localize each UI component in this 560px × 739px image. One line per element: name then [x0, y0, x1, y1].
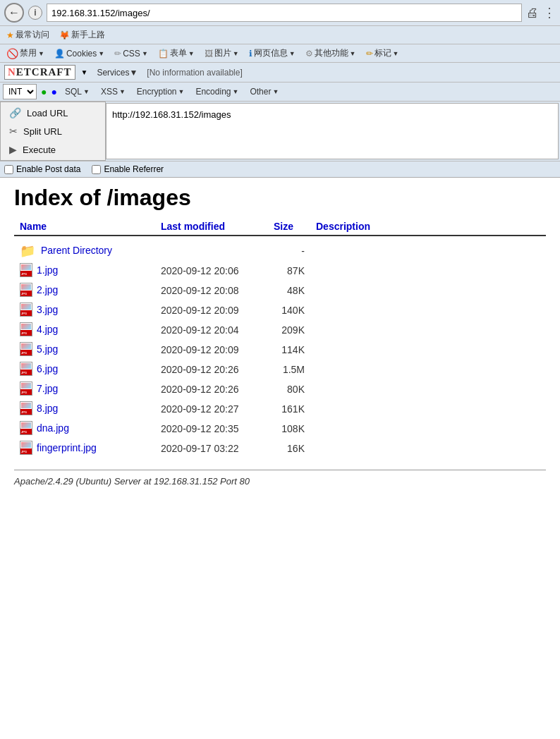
dropdown-menu: 🔗 Load URL ✂ Split URL ▶ Execute — [0, 102, 106, 161]
page-title: Index of /images — [14, 185, 546, 211]
image-btn[interactable]: 🖼 图片▼ — [201, 46, 243, 61]
jpg-file-icon: JPG — [20, 263, 34, 279]
person-icon: 👤 — [54, 49, 65, 59]
col-desc-header: Description — [310, 218, 546, 236]
execute-menu-item[interactable]: ▶ Execute — [1, 140, 105, 159]
table-row: JPG 6.jpg2020-09-12 20:261.5M — [14, 360, 546, 379]
file-link[interactable]: fingerprint.jpg — [37, 442, 97, 453]
table-row: JPG 8.jpg2020-09-12 20:27161K — [14, 399, 546, 419]
int-select[interactable]: INT — [3, 84, 37, 99]
netcraft-row: Netcraft ▼ Services▼ [No information ava… — [0, 62, 560, 82]
menu-icon: ⋮ — [543, 5, 556, 20]
zuichang-fangwen-btn[interactable]: ★ 最常访问 — [3, 28, 53, 42]
table-row: JPG 2.jpg2020-09-12 20:0848K — [14, 281, 546, 300]
split-url-menu-item[interactable]: ✂ Split URL — [1, 122, 105, 140]
address-bar[interactable] — [47, 4, 522, 22]
bookmarks-toolbar: ★ 最常访问 🦊 新手上路 — [0, 25, 560, 44]
other-btn[interactable]: Other▼ — [246, 85, 282, 98]
url-input[interactable] — [112, 109, 552, 120]
encryption-btn[interactable]: Encryption▼ — [133, 85, 188, 98]
file-link[interactable]: 1.jpg — [37, 264, 58, 276]
folder-back-icon: 📁 — [20, 244, 35, 258]
jpg-file-icon: JPG — [20, 283, 34, 298]
jpg-file-icon: JPG — [20, 421, 34, 436]
pageinfo-btn[interactable]: ℹ 网页信息▼ — [245, 46, 299, 61]
table-row: JPG 1.jpg2020-09-12 20:0687K — [14, 261, 546, 281]
table-row: JPG 5.jpg2020-09-12 20:09114K — [14, 340, 546, 360]
table-row: JPG 7.jpg2020-09-12 20:2680K — [14, 379, 546, 399]
jpg-file-icon: JPG — [20, 441, 34, 456]
form-btn[interactable]: 📋 表单▼ — [154, 46, 198, 61]
netcraft-dropdown-arrow: ▼ — [81, 68, 88, 76]
file-link[interactable]: 4.jpg — [37, 324, 58, 335]
mark-btn[interactable]: ✏ 标记▼ — [363, 46, 403, 61]
jinyong-btn[interactable]: 🚫 禁用▼ — [3, 46, 48, 61]
back-button[interactable]: ← — [4, 3, 24, 23]
play-icon: ▶ — [9, 144, 17, 155]
printer-icon: 🖨 — [526, 6, 539, 20]
name-sort-link[interactable]: Name — [20, 221, 47, 232]
file-link[interactable]: 3.jpg — [37, 304, 58, 315]
jpg-file-icon: JPG — [20, 381, 34, 397]
other-icon: ⚙ — [305, 49, 313, 59]
no-info-label: [No information available] — [147, 68, 242, 78]
date-sort-link[interactable]: Last modified — [161, 221, 225, 232]
col-date-header: Last modified — [155, 218, 268, 236]
enable-post-label[interactable]: Enable Post data — [4, 164, 80, 174]
enable-post-checkbox[interactable] — [4, 165, 13, 174]
table-row: JPG fingerprint.jpg2020-09-17 03:2216K — [14, 439, 546, 458]
info-button[interactable]: i — [28, 6, 42, 20]
col-name-header: Name — [14, 218, 155, 236]
sql-btn[interactable]: SQL▼ — [61, 85, 93, 98]
dropdown-popup-row: 🔗 Load URL ✂ Split URL ▶ Execute — [0, 101, 560, 161]
star-icon: ★ — [6, 30, 14, 40]
table-icon: 📋 — [158, 49, 169, 59]
firefox-icon: 🦊 — [59, 30, 70, 40]
parent-directory-link[interactable]: Parent Directory — [41, 245, 112, 256]
css-btn[interactable]: ✏ CSS▼ — [111, 47, 152, 60]
cookies-btn[interactable]: 👤 Cookies▼ — [51, 47, 108, 60]
table-row: JPG 3.jpg2020-09-12 20:09140K — [14, 300, 546, 320]
dev-toolbar: 🚫 禁用▼ 👤 Cookies▼ ✏ CSS▼ 📋 表单▼ 🖼 图片▼ ℹ 网页… — [0, 44, 560, 62]
css-icon: ✏ — [114, 49, 121, 59]
services-btn[interactable]: Services▼ — [93, 66, 141, 79]
table-row: JPG 4.jpg2020-09-12 20:04209K — [14, 320, 546, 340]
jpg-file-icon: JPG — [20, 362, 34, 377]
enable-referrer-checkbox[interactable] — [92, 165, 101, 174]
file-table: Name Last modified Size Description 📁 Pa… — [14, 218, 546, 458]
netcraft-logo: Netcraft — [4, 65, 75, 80]
file-link[interactable]: 5.jpg — [37, 343, 58, 355]
size-sort-link[interactable]: Size — [274, 221, 293, 232]
marker-icon: ✏ — [366, 49, 373, 59]
file-link[interactable]: 7.jpg — [37, 383, 58, 394]
blue-dot-icon: ● — [51, 86, 56, 97]
table-row: JPG dna.jpg2020-09-12 20:35108K — [14, 419, 546, 439]
encoding-btn[interactable]: Encoding▼ — [192, 85, 242, 98]
file-link[interactable]: 8.jpg — [37, 403, 58, 414]
load-url-menu-item[interactable]: 🔗 Load URL — [1, 104, 105, 122]
col-size-header: Size — [268, 218, 310, 236]
file-link[interactable]: 2.jpg — [37, 284, 58, 295]
xinshou-shanlu-btn[interactable]: 🦊 新手上路 — [56, 28, 109, 42]
url-input-container — [106, 103, 559, 159]
desc-sort-link[interactable]: Description — [316, 221, 370, 232]
info-circle-icon: ℹ — [249, 49, 252, 59]
xss-btn[interactable]: XSS▼ — [97, 85, 129, 98]
image-icon: 🖼 — [205, 49, 213, 59]
page-content: Index of /images Name Last modified Size… — [0, 178, 560, 501]
other-func-btn[interactable]: ⚙ 其他功能▼ — [302, 46, 360, 61]
link-icon: 🔗 — [9, 107, 21, 118]
jpg-file-icon: JPG — [20, 303, 34, 318]
post-data-row: Enable Post data Enable Referrer — [0, 161, 560, 177]
file-link[interactable]: dna.jpg — [37, 422, 69, 434]
parent-directory-row: 📁 Parent Directory - — [14, 236, 546, 261]
green-dot-icon: ● — [41, 86, 47, 97]
server-footer: Apache/2.4.29 (Ubuntu) Server at 192.168… — [14, 470, 546, 487]
block-icon: 🚫 — [6, 48, 18, 59]
jpg-file-icon: JPG — [20, 342, 34, 358]
scissors-icon: ✂ — [9, 126, 18, 137]
file-link[interactable]: 6.jpg — [37, 363, 58, 374]
enable-referrer-label[interactable]: Enable Referrer — [92, 164, 164, 174]
int-row: INT ● ● SQL▼ XSS▼ Encryption▼ Encoding▼ … — [0, 82, 560, 101]
jpg-file-icon: JPG — [20, 322, 34, 338]
